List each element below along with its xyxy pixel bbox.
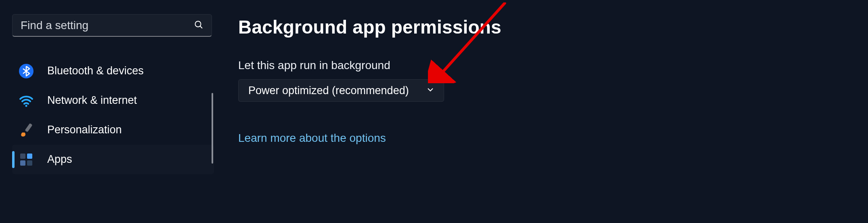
sidebar-item-personalization[interactable]: Personalization bbox=[12, 115, 214, 145]
sidebar: Bluetooth & devices Network & internet bbox=[0, 0, 214, 223]
svg-rect-4 bbox=[25, 123, 32, 132]
chevron-down-icon bbox=[427, 86, 434, 95]
active-indicator bbox=[12, 151, 15, 168]
svg-rect-8 bbox=[27, 160, 32, 166]
sidebar-item-network[interactable]: Network & internet bbox=[12, 86, 214, 115]
svg-line-1 bbox=[200, 26, 202, 28]
bluetooth-icon bbox=[18, 63, 34, 79]
search-box[interactable] bbox=[12, 14, 212, 37]
wifi-icon bbox=[18, 93, 34, 109]
page-title: Background app permissions bbox=[238, 16, 868, 38]
sidebar-item-label: Network & internet bbox=[47, 94, 137, 107]
main-content: Background app permissions Let this app … bbox=[214, 0, 868, 223]
sidebar-item-label: Personalization bbox=[47, 124, 122, 136]
search-icon[interactable] bbox=[194, 20, 203, 31]
sidebar-item-label: Bluetooth & devices bbox=[47, 65, 144, 77]
svg-rect-5 bbox=[20, 154, 25, 159]
dropdown-value: Power optimized (recommended) bbox=[248, 84, 409, 97]
svg-rect-6 bbox=[27, 154, 32, 159]
svg-point-3 bbox=[25, 105, 27, 107]
background-permission-dropdown[interactable]: Power optimized (recommended) bbox=[238, 79, 444, 102]
apps-icon bbox=[18, 151, 34, 168]
sidebar-item-bluetooth[interactable]: Bluetooth & devices bbox=[12, 56, 214, 86]
learn-more-link[interactable]: Learn more about the options bbox=[238, 132, 386, 145]
sidebar-item-apps[interactable]: Apps bbox=[12, 145, 214, 174]
sidebar-nav: Bluetooth & devices Network & internet bbox=[12, 56, 214, 174]
option-label: Let this app run in background bbox=[238, 59, 868, 72]
sidebar-scrollbar[interactable] bbox=[212, 93, 213, 164]
sidebar-item-label: Apps bbox=[47, 153, 72, 166]
svg-rect-7 bbox=[20, 160, 25, 166]
brush-icon bbox=[18, 122, 34, 138]
svg-point-0 bbox=[195, 21, 201, 27]
search-input[interactable] bbox=[21, 19, 194, 32]
